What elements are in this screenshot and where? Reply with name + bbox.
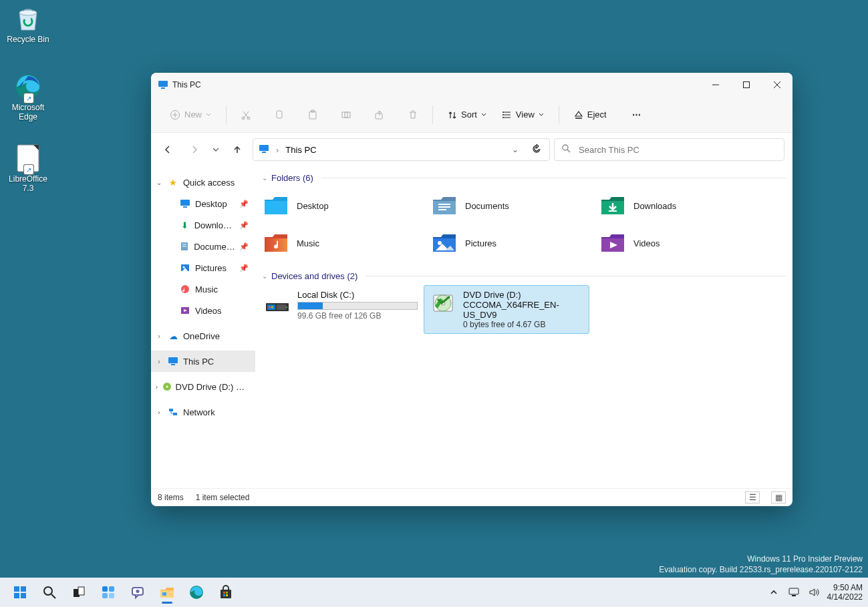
search-button[interactable] (36, 579, 63, 606)
svg-rect-73 (78, 587, 84, 595)
widgets-button[interactable] (95, 579, 122, 606)
large-icons-view-button[interactable]: ▦ (771, 491, 786, 503)
drive-dvd-d[interactable]: DVD Drive (D:) CCCOMA_X64FRE_EN-US_DV9 0… (424, 285, 589, 334)
sort-button[interactable]: Sort (441, 104, 493, 126)
folder-videos[interactable]: Videos (595, 224, 763, 262)
volume-tray-icon[interactable] (807, 586, 821, 599)
svg-rect-84 (223, 592, 225, 594)
documents-icon (178, 240, 190, 252)
breadcrumb-location[interactable]: This PC (285, 145, 316, 155)
file-explorer-taskbar-button[interactable] (154, 579, 180, 606)
svg-rect-50 (438, 209, 446, 210)
nav-onedrive[interactable]: ›☁OneDrive (151, 325, 255, 347)
svg-rect-81 (162, 592, 166, 596)
svg-rect-48 (438, 204, 450, 205)
desktop-icon-libreoffice[interactable]: ↗ LibreOffice 7.3 (3, 144, 53, 193)
nav-downloads[interactable]: ⬇Downloads📌 (151, 214, 255, 236)
svg-rect-46 (265, 201, 287, 214)
capacity-bar (297, 302, 418, 310)
folder-music[interactable]: Music (258, 224, 426, 262)
more-button[interactable]: ⋯ (625, 104, 648, 126)
copy-button[interactable] (268, 104, 291, 126)
svg-rect-74 (102, 586, 108, 592)
nav-music[interactable]: Music (151, 278, 255, 300)
view-button[interactable]: View (496, 104, 551, 126)
chat-button[interactable] (124, 579, 151, 606)
network-tray-icon[interactable] (787, 586, 801, 599)
shortcut-overlay-icon: ↗ (24, 93, 33, 103)
local-disk-icon (264, 290, 291, 317)
tray-overflow-button[interactable] (767, 586, 780, 599)
taskbar-clock[interactable]: 9:50 AM 4/14/2022 (827, 583, 863, 602)
recent-locations-button[interactable] (210, 138, 222, 161)
start-button[interactable] (7, 579, 33, 606)
svg-rect-28 (262, 152, 266, 153)
star-icon: ★ (167, 176, 179, 188)
rename-button[interactable] (335, 104, 357, 126)
svg-rect-14 (277, 111, 282, 118)
share-button[interactable] (368, 104, 391, 126)
close-button[interactable] (762, 73, 792, 97)
titlebar[interactable]: This PC (151, 73, 792, 97)
edge-taskbar-button[interactable] (183, 579, 210, 606)
desktop-icon-label: Microsoft Edge (3, 103, 53, 122)
details-view-button[interactable]: ☰ (745, 491, 760, 503)
search-box[interactable] (554, 138, 784, 161)
nav-this-pc[interactable]: ›This PC (151, 351, 255, 372)
nav-desktop[interactable]: Desktop📌 (151, 193, 255, 214)
svg-rect-31 (180, 200, 190, 206)
search-input[interactable] (577, 144, 777, 156)
address-bar-row: › This PC ⌄ (151, 133, 792, 166)
maximize-button[interactable] (731, 73, 762, 97)
task-view-button[interactable] (65, 579, 92, 606)
downloads-icon: ⬇ (178, 219, 190, 231)
pin-icon: 📌 (239, 264, 249, 272)
drives-group-header[interactable]: ⌄Devices and drives (2) (258, 271, 790, 281)
nav-videos[interactable]: Videos (151, 300, 255, 321)
status-item-count: 8 items (158, 493, 184, 502)
pin-icon: 📌 (239, 221, 249, 230)
recycle-bin-icon (13, 4, 43, 33)
new-button[interactable]: New (163, 104, 218, 126)
svg-rect-41 (171, 364, 175, 365)
nav-pictures[interactable]: Pictures📌 (151, 257, 255, 278)
pin-icon: 📌 (239, 242, 249, 251)
svg-rect-15 (309, 112, 316, 119)
delete-button[interactable] (402, 104, 424, 126)
paste-button[interactable] (301, 104, 324, 126)
svg-rect-86 (223, 594, 225, 596)
folders-group-header[interactable]: ⌄Folders (6) (258, 173, 790, 183)
minimize-button[interactable] (700, 73, 731, 97)
svg-rect-68 (14, 593, 19, 598)
folder-documents[interactable]: Documents (426, 187, 595, 224)
status-selection: 1 item selected (196, 493, 250, 502)
pictures-folder-icon (432, 230, 457, 256)
svg-rect-61 (277, 305, 286, 310)
back-button[interactable] (156, 138, 179, 161)
desktop-icon-recycle-bin[interactable]: Recycle Bin (3, 4, 53, 44)
refresh-button[interactable] (529, 144, 544, 156)
nav-documents[interactable]: Documents📌 (151, 236, 255, 257)
this-pc-icon (259, 144, 269, 156)
up-button[interactable] (226, 138, 249, 161)
svg-rect-83 (221, 590, 231, 598)
svg-rect-19 (376, 114, 382, 119)
folder-desktop[interactable]: Desktop (258, 187, 426, 224)
nav-network[interactable]: ›Network (151, 401, 255, 423)
desktop-icon-edge[interactable]: ↗ Microsoft Edge (3, 72, 53, 122)
eject-button[interactable]: Eject (567, 104, 613, 126)
store-taskbar-button[interactable] (212, 579, 239, 606)
svg-rect-59 (269, 306, 271, 309)
folder-pictures[interactable]: Pictures (426, 224, 595, 262)
forward-button[interactable] (183, 138, 206, 161)
address-dropdown-icon[interactable]: ⌄ (512, 145, 523, 154)
address-bar[interactable]: › This PC ⌄ (253, 138, 550, 161)
nav-quick-access[interactable]: ⌄ ★ Quick access (151, 172, 255, 193)
svg-rect-77 (109, 593, 114, 598)
svg-rect-75 (109, 586, 114, 592)
drive-local-c[interactable]: Local Disk (C:) 99.6 GB free of 126 GB (258, 285, 424, 334)
cut-button[interactable] (235, 104, 257, 126)
nav-dvd-drive[interactable]: ›DVD Drive (D:) CCCOMA_X64FRE_EN-US_DV9 (151, 376, 255, 397)
folder-downloads[interactable]: Downloads (595, 187, 763, 224)
pin-icon: 📌 (239, 200, 249, 208)
